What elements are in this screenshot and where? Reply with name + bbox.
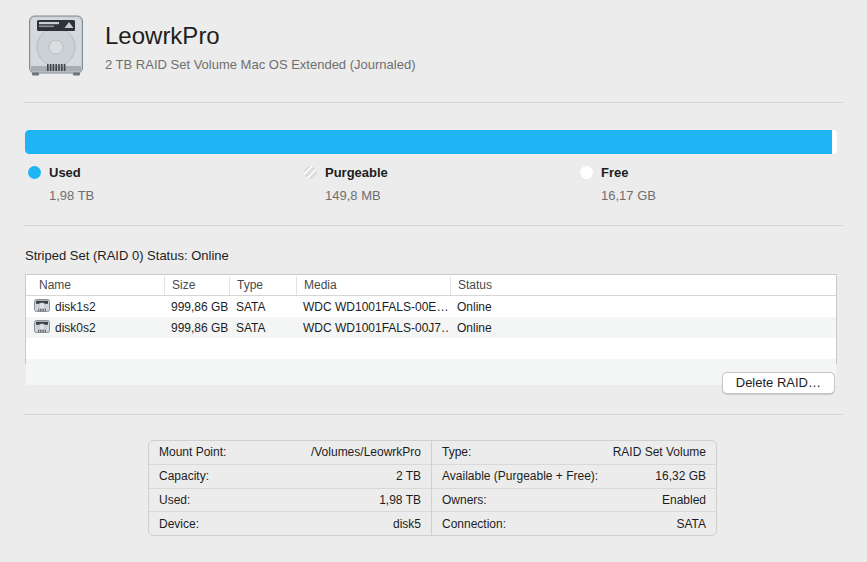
info-value: 1,98 TB xyxy=(379,493,421,507)
info-label: Available (Purgeable + Free): xyxy=(442,469,598,483)
table-row[interactable]: disk1s2 999,86 GB SATA WDC WD1001FALS-00… xyxy=(26,296,836,317)
info-label: Device: xyxy=(159,517,199,531)
table-row[interactable]: disk0s2 999,86 GB SATA WDC WD1001FALS-00… xyxy=(26,317,836,338)
member-media: WDC WD1001FALS-00J7… xyxy=(296,321,450,335)
member-type: SATA xyxy=(229,321,296,335)
info-row-available: Available (Purgeable + Free): 16,32 GB xyxy=(432,465,716,489)
member-name: disk1s2 xyxy=(55,300,96,314)
legend-used-label: Used xyxy=(49,165,81,180)
purgeable-swatch-icon xyxy=(304,166,317,179)
column-header-name: Name xyxy=(26,276,164,295)
info-row-used: Used: 1,98 TB xyxy=(149,489,431,513)
info-row-mount-point: Mount Point: /Volumes/LeowrkPro xyxy=(149,441,431,465)
table-header-row: Name Size Type Media Status xyxy=(26,275,836,296)
volume-subtitle: 2 TB RAID Set Volume Mac OS Extended (Jo… xyxy=(105,57,415,73)
divider xyxy=(24,225,843,226)
legend-used: Used 1,98 TB xyxy=(28,165,304,225)
member-type: SATA xyxy=(229,300,296,314)
hard-drive-icon xyxy=(28,14,84,80)
raid-members-table: Name Size Type Media Status disk1s2 xyxy=(25,274,837,364)
divider xyxy=(24,414,843,415)
member-size: 999,86 GB xyxy=(164,300,229,314)
info-left-column: Mount Point: /Volumes/LeowrkPro Capacity… xyxy=(149,441,431,535)
raid-status-label: Striped Set (RAID 0) Status: Online xyxy=(25,248,867,263)
info-value: 16,32 GB xyxy=(655,469,706,483)
info-label: Type: xyxy=(442,445,471,459)
free-swatch-icon xyxy=(580,166,593,179)
disk-icon xyxy=(34,320,50,336)
volume-info-panel: Mount Point: /Volumes/LeowrkPro Capacity… xyxy=(148,440,717,536)
member-media: WDC WD1001FALS-00E… xyxy=(296,300,450,314)
info-row-device: Device: disk5 xyxy=(149,512,431,535)
info-row-owners: Owners: Enabled xyxy=(432,489,716,513)
disk-icon xyxy=(34,299,50,315)
info-value: SATA xyxy=(676,517,706,531)
empty-table-space xyxy=(26,338,836,359)
column-header-size: Size xyxy=(164,276,229,295)
legend-free: Free 16,17 GB xyxy=(580,165,867,225)
info-right-column: Type: RAID Set Volume Available (Purgeab… xyxy=(431,441,716,535)
usage-bar-used-segment xyxy=(25,130,832,154)
legend-purgeable-value: 149,8 MB xyxy=(325,188,580,203)
legend-free-label: Free xyxy=(601,165,628,180)
info-label: Capacity: xyxy=(159,469,209,483)
info-value: disk5 xyxy=(393,517,421,531)
column-header-media: Media xyxy=(296,276,450,295)
used-swatch-icon xyxy=(28,166,41,179)
delete-raid-button[interactable]: Delete RAID… xyxy=(722,372,835,394)
info-row-connection: Connection: SATA xyxy=(432,512,716,535)
legend-purgeable: Purgeable 149,8 MB xyxy=(304,165,580,225)
info-label: Connection: xyxy=(442,517,506,531)
info-value: 2 TB xyxy=(396,469,421,483)
volume-header: LeowrkPro 2 TB RAID Set Volume Mac OS Ex… xyxy=(0,0,867,102)
info-value: RAID Set Volume xyxy=(613,445,706,459)
divider xyxy=(24,102,843,103)
info-row-type: Type: RAID Set Volume xyxy=(432,441,716,465)
usage-legend: Used 1,98 TB Purgeable 149,8 MB Free 16,… xyxy=(0,165,867,225)
member-size: 999,86 GB xyxy=(164,321,229,335)
info-label: Used: xyxy=(159,493,190,507)
info-value: Enabled xyxy=(662,493,706,507)
column-header-status: Status xyxy=(450,276,836,295)
usage-bar-free-segment xyxy=(832,130,837,154)
usage-bar xyxy=(25,130,837,154)
info-label: Owners: xyxy=(442,493,487,507)
disk-utility-volume-view: { "header": { "title": "LeowrkPro", "sub… xyxy=(0,0,867,562)
member-status: Online xyxy=(450,321,836,335)
member-status: Online xyxy=(450,300,836,314)
volume-title: LeowrkPro xyxy=(105,22,415,50)
legend-free-value: 16,17 GB xyxy=(601,188,867,203)
member-name: disk0s2 xyxy=(55,321,96,335)
info-label: Mount Point: xyxy=(159,445,226,459)
legend-used-value: 1,98 TB xyxy=(49,188,304,203)
info-row-capacity: Capacity: 2 TB xyxy=(149,465,431,489)
column-header-type: Type xyxy=(229,276,296,295)
info-value: /Volumes/LeowrkPro xyxy=(311,445,421,459)
legend-purgeable-label: Purgeable xyxy=(325,165,388,180)
